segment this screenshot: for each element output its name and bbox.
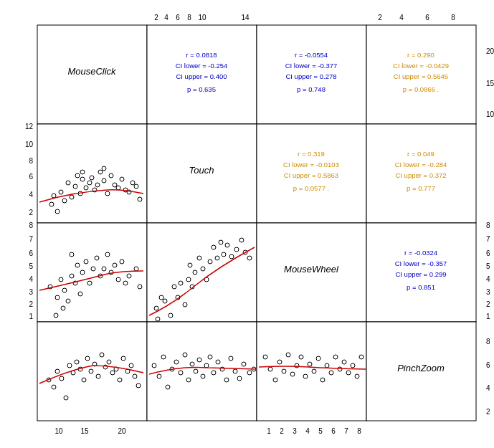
corr-r0c2-r: r = -0.0554 <box>295 51 328 59</box>
corr-r1c3-upper: CI upper = 0.372 <box>395 171 446 179</box>
corr-r0c3-p: p = 0.0866 . <box>403 85 439 93</box>
corr-r1c2-lower: CI lower = -0.0103 <box>283 161 339 168</box>
bottom-axis-label: 3 <box>293 427 297 435</box>
panel-r2c0 <box>37 223 147 322</box>
right-axis-label: 8 <box>486 221 490 229</box>
left-axis-label: 8 <box>29 221 33 229</box>
corr-r1c2-r: r = 0.319 <box>298 150 325 158</box>
corr-r1c2-upper: CI upper = 0.5863 <box>284 171 338 179</box>
right-axis-label: 2 <box>486 408 490 416</box>
corr-r1c3-lower: CI lower = -0.284 <box>395 161 447 168</box>
top-axis-label: 4 <box>399 14 404 22</box>
left-axis-label: 5 <box>29 262 33 270</box>
bottom-axis-label: 15 <box>80 427 89 435</box>
corr-r0c3-lower: CI lower = -0.0429 <box>393 62 449 70</box>
diag-label-pinchzoom: PinchZoom <box>397 363 445 373</box>
bottom-axis-label: 5 <box>318 427 323 435</box>
right-axis-label: 20 <box>486 47 494 55</box>
right-axis-label: 5 <box>486 262 490 270</box>
corr-r0c1-lower: CI lower = -0.254 <box>176 62 228 70</box>
bottom-axis-label: 20 <box>118 427 126 435</box>
corr-r2c3-p: p = 0.851 <box>407 283 435 291</box>
left-axis-label: 10 <box>25 140 34 148</box>
top-axis-label: 2 <box>378 14 382 22</box>
corr-r0c1-p: p = 0.635 <box>187 85 216 93</box>
right-axis-label: 6 <box>486 361 490 369</box>
corr-r2c3-upper: CI upper = 0.299 <box>395 270 446 278</box>
diag-label-touch: Touch <box>189 165 214 176</box>
corr-r0c3-upper: CI upper = 0.5645 <box>394 72 448 80</box>
right-axis-label: 1 <box>486 313 490 320</box>
top-axis-label: 4 <box>164 14 168 22</box>
bottom-axis-label: 10 <box>54 427 63 435</box>
diag-label-mousewheel: MouseWheel <box>284 264 339 275</box>
right-axis-label: 6 <box>486 249 490 257</box>
right-axis-label: 15 <box>486 80 494 87</box>
top-axis-label: 10 <box>198 14 206 22</box>
top-axis-label: 8 <box>451 14 455 22</box>
left-axis-label: 12 <box>25 123 34 130</box>
bottom-axis-label: 6 <box>331 427 336 435</box>
bottom-axis-label: 1 <box>267 427 271 435</box>
bottom-axis-label: 7 <box>344 427 348 435</box>
diag-label-mouseclick: MouseClick <box>67 66 117 77</box>
corr-r1c3-r: r = 0.049 <box>407 150 434 158</box>
right-axis-label: 7 <box>486 235 490 243</box>
bottom-axis-label: 8 <box>357 427 361 435</box>
corr-r0c2-upper: CI upper = 0.278 <box>285 72 336 80</box>
panel-r3c1 <box>147 322 257 421</box>
corr-r0c2-lower: CI lower = -0.377 <box>285 62 338 70</box>
left-axis-label: 2 <box>29 300 33 308</box>
top-axis-label: 14 <box>241 14 250 22</box>
left-axis-label: 1 <box>29 313 33 320</box>
corr-r2c3-lower: CI lower = -0.357 <box>395 259 447 267</box>
left-axis-label: 6 <box>29 173 33 181</box>
corr-r1c2-p: p = 0.0577 . <box>293 184 329 192</box>
top-axis-label: 6 <box>425 14 429 22</box>
right-axis-label: 2 <box>486 300 490 308</box>
corr-r0c1-upper: CI upper = 0.400 <box>176 72 227 80</box>
right-axis-label: 8 <box>486 338 490 345</box>
corr-r2c3-r: r = -0.0324 <box>404 249 437 257</box>
left-axis-label: 4 <box>29 275 33 283</box>
bottom-axis-label: 2 <box>280 427 284 435</box>
corr-r0c1-r: r = 0.0818 <box>186 51 217 59</box>
chart-container: 2 4 6 8 10 14 2 4 6 8 10 15 20 1 2 3 4 5… <box>0 0 494 448</box>
left-axis-label: 4 <box>29 191 33 199</box>
top-axis-label: 8 <box>187 14 191 22</box>
panel-r2c1 <box>147 223 257 322</box>
top-axis-label: 6 <box>176 14 180 22</box>
right-axis-label: 10 <box>486 110 494 118</box>
right-axis-label: 3 <box>486 288 490 296</box>
right-axis-label: 4 <box>486 275 490 283</box>
corr-r0c3-r: r = 0.290 <box>407 51 434 59</box>
top-axis-label: 2 <box>154 14 158 22</box>
left-axis-label: 6 <box>29 249 33 257</box>
corr-r1c3-p: p = 0.777 <box>407 184 435 192</box>
bottom-axis-label: 4 <box>305 427 310 435</box>
corr-r0c2-p: p = 0.748 <box>297 85 326 93</box>
left-axis-label: 7 <box>29 235 33 243</box>
left-axis-label: 3 <box>29 288 33 296</box>
panel-r3c0 <box>37 322 147 421</box>
left-axis-label: 2 <box>29 209 33 216</box>
left-axis-label: 8 <box>29 157 33 165</box>
panel-r1c0 <box>37 124 147 223</box>
right-axis-label: 4 <box>486 384 490 392</box>
